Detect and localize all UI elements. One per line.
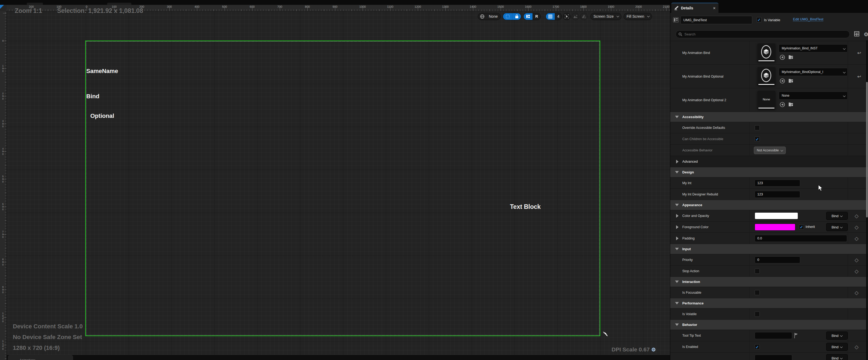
- tool-tip-text-input[interactable]: [755, 332, 792, 339]
- ruler-label: 800: [0, 258, 6, 266]
- ruler-toggle-button[interactable]: R: [532, 13, 540, 20]
- flip-preview-button[interactable]: [580, 13, 588, 20]
- settings-gear-icon[interactable]: ⚙: [864, 31, 868, 37]
- layout-button[interactable]: [524, 13, 532, 20]
- selection-outline[interactable]: [85, 40, 600, 336]
- reset-to-default-arrow[interactable]: ↩: [857, 50, 861, 56]
- tool-tip-bind-dropdown[interactable]: Bind: [826, 332, 848, 340]
- tab-fragment: [27, 3, 43, 5]
- section-header-accessibility[interactable]: Accessibility: [670, 112, 868, 122]
- browse-to-asset-icon[interactable]: [788, 102, 794, 107]
- asset-thumbnail[interactable]: None: [757, 91, 775, 109]
- asset-cube-icon: [761, 45, 771, 58]
- asset-combo-box[interactable]: None: [779, 91, 848, 100]
- localization-preview-button[interactable]: None: [478, 13, 501, 20]
- details-scrollbar[interactable]: [866, 40, 868, 360]
- partial-input[interactable]: [755, 355, 792, 360]
- section-header-appearance[interactable]: Appearance: [670, 200, 868, 210]
- asset-combo-box[interactable]: MyAnimation_BindOptional_I: [779, 68, 848, 76]
- text-widget-optional[interactable]: Optional: [90, 112, 114, 119]
- ruler-label: 1900: [608, 5, 614, 8]
- color-and-opacity-swatch[interactable]: [755, 212, 798, 219]
- search-icon: [679, 32, 682, 36]
- expand-triangle-icon[interactable]: [676, 225, 679, 229]
- resize-handle-icon[interactable]: [601, 331, 610, 339]
- tab-details[interactable]: Details ✕: [671, 3, 718, 13]
- foreground-color-bind-dropdown[interactable]: Bind: [826, 223, 848, 231]
- advanced-expander[interactable]: Advanced: [670, 156, 868, 167]
- asset-cube-icon: [761, 69, 771, 82]
- partial-bind-dropdown[interactable]: Bind: [826, 354, 848, 360]
- asset-thumbnail[interactable]: [757, 67, 775, 85]
- tab-animations[interactable]: Animations: [8, 355, 73, 360]
- ruler-label: 900: [0, 286, 6, 294]
- reset-to-default-diamond[interactable]: ◇: [855, 289, 859, 296]
- reset-to-default-diamond[interactable]: ◇: [855, 213, 859, 219]
- screen-size-dropdown[interactable]: Screen Size: [590, 13, 621, 20]
- chevron-down-icon: [647, 15, 650, 18]
- close-icon[interactable]: ✕: [713, 6, 716, 10]
- reset-to-default-arrow[interactable]: ↩: [857, 74, 861, 79]
- reset-to-default-diamond[interactable]: ◇: [855, 343, 859, 350]
- use-selected-asset-icon[interactable]: [780, 102, 785, 107]
- localization-flag-icon[interactable]: [794, 333, 798, 338]
- accessible-behavior-dropdown[interactable]: Not Accessible: [754, 146, 786, 154]
- reset-to-default-diamond[interactable]: ◇: [855, 268, 859, 274]
- cursor-select-icon: [565, 14, 569, 19]
- asset-combo-box[interactable]: MyAnimation_Bind_INST: [779, 44, 848, 52]
- reset-to-default-diamond[interactable]: ◇: [855, 224, 859, 230]
- stop-action-checkbox[interactable]: [755, 269, 760, 274]
- is-volatile-checkbox[interactable]: [755, 311, 760, 316]
- select-widget-button[interactable]: [563, 13, 570, 20]
- fill-screen-label: Fill Screen: [624, 14, 647, 19]
- expand-triangle-icon[interactable]: [676, 214, 679, 218]
- use-selected-asset-icon[interactable]: [780, 78, 785, 84]
- expand-triangle-icon[interactable]: [676, 237, 679, 240]
- dpi-settings-gear-icon[interactable]: ⚙: [651, 347, 656, 353]
- can-children-be-accessible-checkbox[interactable]: ✓: [755, 136, 760, 141]
- fill-screen-dropdown[interactable]: Fill Screen: [624, 13, 652, 20]
- property-row-accessible-behavior: Accessible Behavior Not Accessible: [670, 145, 868, 156]
- browse-to-asset-icon[interactable]: [788, 78, 794, 83]
- lock-button[interactable]: [512, 13, 521, 20]
- collapse-triangle-icon: [675, 248, 679, 250]
- grid-size-value[interactable]: 4: [555, 13, 562, 20]
- is-enabled-bind-dropdown[interactable]: Bind: [826, 343, 848, 351]
- browse-to-asset-icon[interactable]: [788, 55, 794, 60]
- is-enabled-checkbox[interactable]: ✓: [755, 344, 760, 349]
- scrollbar-thumb[interactable]: [866, 82, 868, 217]
- priority-input[interactable]: 0: [755, 256, 800, 264]
- text-widget-samename[interactable]: SameName: [86, 68, 118, 75]
- property-label: My Int: [682, 181, 691, 185]
- preview-image-button[interactable]: [571, 13, 579, 20]
- section-header-interaction[interactable]: Interaction: [670, 277, 868, 287]
- vertical-ruler: 010020030040050060070080090010001100: [0, 11, 7, 360]
- grid-snap-button[interactable]: [546, 13, 555, 20]
- color-and-opacity-bind-dropdown[interactable]: Bind: [826, 212, 848, 220]
- text-widget-bind[interactable]: Bind: [86, 93, 99, 100]
- is-focusable-checkbox[interactable]: [755, 290, 760, 295]
- section-header-design[interactable]: Design: [670, 167, 868, 177]
- asset-thumbnail[interactable]: [757, 44, 775, 62]
- inherit-checkbox[interactable]: ✓: [799, 224, 804, 229]
- dashed-outline-button[interactable]: [503, 13, 512, 20]
- reset-to-default-diamond[interactable]: ◇: [855, 257, 859, 263]
- property-row-tool-tip-text: Tool Tip Text Bind: [670, 330, 868, 341]
- padding-input[interactable]: 0.0: [755, 235, 847, 242]
- reset-to-default-diamond[interactable]: ◇: [855, 235, 859, 241]
- section-header-input[interactable]: Input: [670, 244, 868, 254]
- my-int-designer-rebuild-input[interactable]: 123: [755, 191, 800, 198]
- text-widget-textblock[interactable]: Text Block: [510, 203, 541, 211]
- widget-name-value: UMG_BindTest: [683, 18, 707, 22]
- my-int-input[interactable]: 123: [755, 179, 800, 187]
- override-accessible-defaults-checkbox[interactable]: [755, 125, 760, 130]
- use-selected-asset-icon[interactable]: [780, 55, 785, 60]
- widget-name-input[interactable]: UMG_BindTest: [680, 16, 752, 24]
- search-input[interactable]: Search: [676, 30, 850, 38]
- display-filter-icon[interactable]: [854, 31, 860, 37]
- foreground-color-swatch[interactable]: [755, 224, 795, 230]
- edit-blueprint-link[interactable]: Edit UMG_BindTest: [793, 17, 823, 22]
- section-header-performance[interactable]: Performance: [670, 298, 868, 308]
- section-header-behavior[interactable]: Behavior: [670, 320, 868, 330]
- is-variable-checkbox[interactable]: ✓: [756, 17, 762, 22]
